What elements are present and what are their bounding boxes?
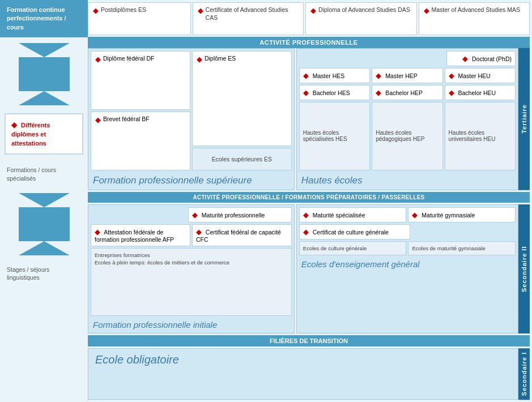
master-hep-cell: ◆ Master HEP [372,68,442,83]
fps-inner: ◆ Diplôme fédéral DF ◆ Brevet fédéral BF [91,51,292,170]
sidebar-middle: ◆ Différents diplômes et attestations Fo… [0,37,88,402]
master-hes-icon: ◆ [303,71,309,80]
ecoles-heu-cell: Hautes écoles universitaires HEU [445,102,516,170]
sidebar-formations: Formations / cours spécialisés [0,159,88,189]
fpi-title: Formation professionnelle initiale [91,318,292,331]
heu-col: ◆ Master HEU ◆ Bachelor HEU Hautes école… [445,68,516,170]
sec1-content: Ecole obligatoire [88,348,518,400]
fpi-grey-cell: Entreprises formatricesEcoles à plein te… [91,248,292,316]
bachelor-heu-icon: ◆ [449,88,454,97]
diplome-es-cell: ◆ Diplôme ES [192,51,292,146]
fpi-top-row: ◆ Maturité professionnelle [91,207,292,223]
ecoles-sup-cell: Ecoles supérieures ES [192,148,292,170]
eeg-title: Ecoles d'enseignement général [299,257,516,270]
tertiaire-section: ◆ Diplôme fédéral DF ◆ Brevet fédéral BF [88,48,530,190]
doctorat-row: ◆ Doctorat (PhD) [299,51,516,66]
attestation-icon: ◆ [95,228,100,236]
fpi-empty-spacer [91,207,186,223]
tertiaire-inner: ◆ Diplôme fédéral DF ◆ Brevet fédéral BF [88,48,518,190]
doctorat-icon: ◆ [462,54,468,63]
attestation-cell: ◆ Attestation fédérale de formation prof… [91,224,190,246]
maturite-spec-icon: ◆ [303,211,309,219]
sidebar-formation-continue: Formation continue perfectionnements / c… [0,0,88,37]
mas-icon: ◆ [424,6,429,16]
master-heu-icon: ◆ [449,71,454,80]
maturite-gym-cell: ◆ Maturité gymnasiale [408,207,516,223]
fpi-block: ◆ Maturité professionnelle ◆ Attestation… [88,204,295,333]
cert-culture-icon: ◆ [303,228,309,236]
he-block: ◆ Doctorat (PhD) ◆ Master HES [296,48,518,190]
das-icon: ◆ [310,6,316,16]
certificat-cfc-cell: ◆ Certificat fédéral de capacité CFC [192,224,292,246]
bachelor-hep-icon: ◆ [376,88,381,97]
sidebar-diplomes: ◆ Différents diplômes et attestations [5,113,83,155]
ecoles-maturite-cell: Ecoles de maturité gymnasiale [408,241,516,255]
maturite-pro-cell: ◆ Maturité professionnelle [188,207,292,223]
secondaire1-section: Ecole obligatoire Secondaire I [88,348,530,400]
sidebar: Formation continue perfectionnements / c… [0,0,88,402]
hep-col: ◆ Master HEP ◆ Bachelor HEP Hautes école… [372,68,442,170]
master-heu-cell: ◆ Master HEU [445,68,516,83]
sec2-inner: ◆ Maturité professionnelle ◆ Attestation… [88,204,518,333]
cas-icon: ◆ [198,6,203,16]
master-hes-cell: ◆ Master HES [299,68,370,83]
hes-col: ◆ Master HES ◆ Bachelor HES Hautes école… [299,68,370,170]
maturite-pro-icon: ◆ [192,211,198,219]
certificat-cfc-icon: ◆ [196,228,202,236]
postdiplomes-cell: ◆ Postdiplômes ES [88,2,191,35]
ecoles-culture-cell: Ecoles de culture générale [299,241,407,255]
he-title: Hautes écoles [299,173,516,187]
bachelor-heu-cell: ◆ Bachelor HEU [445,85,516,100]
sidebar-stages: Stages / séjours linguistiques [0,259,88,289]
formation-continue-row: ◆ Postdiplômes ES ◆ Certificate of Advan… [88,2,530,35]
he-inner: ◆ Master HES ◆ Bachelor HES Hautes école… [299,68,516,170]
fps-block: ◆ Diplôme fédéral DF ◆ Brevet fédéral BF [88,48,295,190]
ecoles-hes-cell: Hautes écoles spécialisées HES [299,102,370,170]
fps-title: Formation professionnelle supérieure [91,173,292,187]
mas-cell: ◆ Master of Advanced Studies MAS [419,2,530,35]
filieres-bar: FILIÈRES DE TRANSITION [88,335,530,347]
postdiplomes-icon: ◆ [93,6,99,16]
eeg-middle-row: ◆ Certificat de culture générale [299,224,516,240]
activite-prof-bar: ACTIVITÉ PROFESSIONNELLE [88,37,530,48]
brevet-federal-cell: ◆ Brevet fédéral BF [91,112,190,170]
middle-bar: ACTIVITÉ PROFESSIONNELLE / FORMATIONS PR… [88,192,530,203]
eeg-bottom-row: Ecoles de culture générale Ecoles de mat… [299,241,516,255]
eeg-block: ◆ Maturité spécialisée ◆ Maturité gymnas… [296,204,518,333]
bachelor-hep-cell: ◆ Bachelor HEP [372,85,442,100]
maturite-spec-cell: ◆ Maturité spécialisée [299,207,407,223]
tertiaire-label: Tertiaire [518,48,530,190]
sec1-title: Ecole obligatoire [95,353,511,366]
maturite-gym-icon: ◆ [412,211,418,219]
secondaire2-section: ◆ Maturité professionnelle ◆ Attestation… [88,204,530,333]
bachelor-hes-icon: ◆ [303,88,309,97]
cert-culture-cell: ◆ Certificat de culture générale [299,224,411,240]
secondaire1-label: Secondaire I [518,348,530,400]
main-content: ◆ Postdiplômes ES ◆ Certificate of Advan… [88,0,532,402]
brevet-federal-icon: ◆ [95,116,101,124]
diplome-federal-icon: ◆ [95,55,101,63]
eeg-empty [412,224,516,240]
red-diamond-icon: ◆ [11,121,17,129]
ecoles-hep-cell: Hautes écoles pédagogiques HEP [372,102,442,170]
bachelor-hes-cell: ◆ Bachelor HES [299,85,370,100]
master-hep-icon: ◆ [376,71,381,80]
sec2-content: ◆ Maturité professionnelle ◆ Attestation… [88,204,518,333]
secondaire2-label: Secondaire II [518,204,530,333]
eeg-top-row: ◆ Maturité spécialisée ◆ Maturité gymnas… [299,207,516,223]
diplome-es-icon: ◆ [197,55,202,63]
cas-cell: ◆ Certificate of Advanced Studies CAS [193,2,304,35]
diplome-federal-cell: ◆ Diplôme fédéral DF [91,51,190,110]
das-cell: ◆ Diploma of Advanced Studies DAS [305,2,416,35]
fpi-bottom-row: ◆ Attestation fédérale de formation prof… [91,224,292,246]
doctorat-cell: ◆ Doctorat (PhD) [446,51,516,66]
tertiaire-content: ◆ Diplôme fédéral DF ◆ Brevet fédéral BF [88,48,518,190]
